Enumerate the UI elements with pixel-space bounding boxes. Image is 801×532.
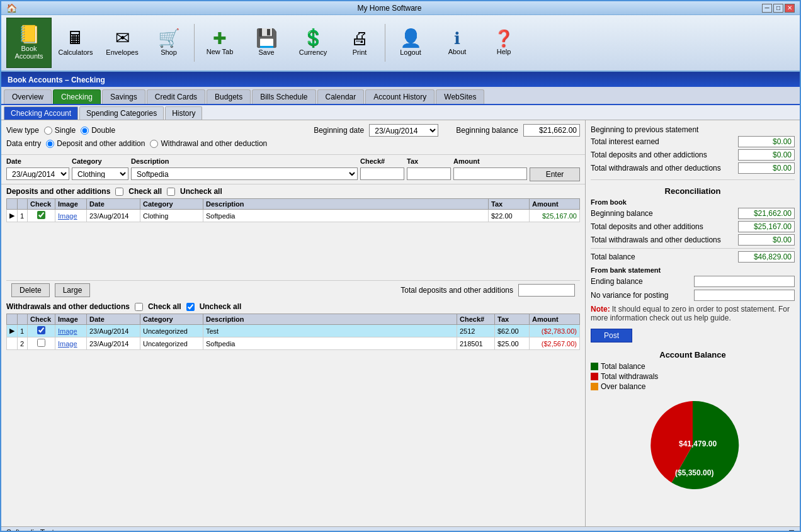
double-radio-label[interactable]: Double bbox=[81, 126, 115, 135]
withdrawal-radio[interactable] bbox=[150, 140, 158, 148]
category-col-header: Category bbox=[72, 157, 128, 165]
delete-button[interactable]: Delete bbox=[11, 283, 50, 297]
deposits-section: Deposits and other additions Check all U… bbox=[1, 184, 585, 526]
row-arrow: ▶ bbox=[7, 210, 18, 222]
reconciliation-title: Reconciliation bbox=[591, 186, 795, 196]
deposits-uncheck-all-label: Uncheck all bbox=[180, 187, 222, 196]
total-deposits-label: Total deposits and other additions bbox=[401, 286, 513, 295]
table-row[interactable]: ▶ 1 Image 23/Aug/2014 Clothing Softpedia… bbox=[7, 210, 580, 222]
deposit-radio-label[interactable]: Deposit and other addition bbox=[46, 139, 145, 148]
row-image[interactable]: Image bbox=[55, 210, 87, 222]
tab-bills-schedule[interactable]: Bills Schedule bbox=[252, 89, 315, 104]
page-header: Book Accounts – Checking bbox=[1, 72, 800, 87]
tab-websites[interactable]: WebSites bbox=[436, 89, 484, 104]
large-button[interactable]: Large bbox=[55, 283, 91, 297]
wd-row1-date: 23/Aug/2014 bbox=[87, 325, 140, 337]
withdrawals-check-all[interactable] bbox=[135, 303, 143, 311]
toolbar-logout[interactable]: 👤 Logout bbox=[388, 18, 433, 68]
subtab-spending-categories[interactable]: Spending Categories bbox=[79, 106, 164, 120]
toolbar-envelopes[interactable]: ✉ Envelopes bbox=[99, 18, 145, 68]
wd-row2-check[interactable] bbox=[28, 337, 55, 350]
wd-row2-arrow bbox=[7, 337, 18, 350]
enter-button[interactable]: Enter bbox=[530, 167, 580, 181]
print-label: Print bbox=[353, 48, 367, 56]
beginning-balance-input[interactable]: $21,662.00 bbox=[523, 124, 580, 137]
row-checkbox[interactable] bbox=[37, 211, 45, 219]
toolbar-calculators[interactable]: 🖩 Calculators bbox=[53, 18, 98, 68]
close-button[interactable]: ✕ bbox=[785, 4, 795, 13]
tab-budgets[interactable]: Budgets bbox=[207, 89, 251, 104]
toolbar-currency[interactable]: 💲 Currency bbox=[290, 18, 336, 68]
tab-account-history[interactable]: Account History bbox=[365, 89, 435, 104]
from-bank-label: From bank statement bbox=[591, 266, 795, 274]
wd-row2-checkbox[interactable] bbox=[37, 339, 45, 347]
check-col-header: Check# bbox=[360, 157, 404, 165]
toolbar-book-accounts[interactable]: 📒 Book Accounts bbox=[6, 18, 52, 68]
double-radio[interactable] bbox=[81, 127, 89, 135]
tab-overview[interactable]: Overview bbox=[4, 89, 52, 104]
toolbar-about[interactable]: ℹ About bbox=[435, 18, 480, 68]
wd-col-check: Check bbox=[28, 314, 55, 325]
deposits-col-arrow bbox=[7, 199, 18, 210]
pie-chart-container: $41,479.00 ($5,350.00) bbox=[591, 395, 795, 495]
window-controls: ─ □ ✕ bbox=[762, 4, 795, 13]
wd-row2-image[interactable]: Image bbox=[55, 337, 87, 350]
deposits-check-all[interactable] bbox=[115, 188, 123, 196]
table-row[interactable]: 2 Image 23/Aug/2014 Uncategorized Softpe… bbox=[7, 337, 580, 350]
note-body: It should equal to zero in order to post… bbox=[591, 305, 790, 322]
wd-row1-check[interactable] bbox=[28, 325, 55, 337]
rec-total-withdrawals-value: $0.00 bbox=[738, 234, 795, 246]
toolbar-shop[interactable]: 🛒 Shop bbox=[146, 18, 191, 68]
toolbar-help[interactable]: ❓ Help bbox=[481, 18, 526, 68]
minimize-button[interactable]: ─ bbox=[762, 4, 772, 13]
tab-credit-cards[interactable]: Credit Cards bbox=[147, 89, 205, 104]
withdrawal-radio-label[interactable]: Withdrawal and other deduction bbox=[150, 139, 267, 148]
toolbar-new-tab[interactable]: ✚ New Tab bbox=[197, 18, 242, 68]
deposits-check-all-label: Check all bbox=[128, 187, 162, 196]
wd-row2-amount: ($2,567.00) bbox=[530, 337, 580, 350]
tax-input[interactable] bbox=[407, 167, 451, 180]
subtab-history[interactable]: History bbox=[165, 106, 202, 120]
ending-balance-input[interactable] bbox=[694, 276, 795, 287]
wd-row1-image[interactable]: Image bbox=[55, 325, 87, 337]
rec-total-withdrawals-label: Total withdrawals and other deductions bbox=[591, 235, 721, 244]
wd-col-checknum: Check# bbox=[457, 314, 495, 325]
category-input[interactable]: Clothing bbox=[72, 167, 128, 180]
subtab-checking-account[interactable]: Checking Account bbox=[4, 106, 78, 120]
interest-value: $0.00 bbox=[738, 136, 795, 147]
beginning-balance-label: Beginning balance bbox=[456, 126, 518, 135]
row-description: Softpedia bbox=[203, 210, 489, 222]
deposits-col-num bbox=[18, 199, 28, 210]
toolbar-save[interactable]: 💾 Save bbox=[244, 18, 289, 68]
toolbar: 📒 Book Accounts 🖩 Calculators ✉ Envelope… bbox=[1, 15, 800, 72]
amount-input[interactable] bbox=[453, 167, 527, 180]
post-button[interactable]: Post bbox=[591, 329, 632, 342]
single-label: Single bbox=[55, 126, 76, 135]
deposit-radio[interactable] bbox=[46, 140, 54, 148]
description-col-header: Description bbox=[131, 157, 358, 165]
toolbar-print[interactable]: 🖨 Print bbox=[337, 18, 382, 68]
date-input[interactable]: 23/Aug/2014 bbox=[6, 167, 69, 180]
sub-tabs: Checking Account Spending Categories His… bbox=[1, 105, 800, 120]
maximize-button[interactable]: □ bbox=[773, 4, 783, 13]
main-tabs: Overview Checking Savings Credit Cards B… bbox=[1, 87, 800, 105]
deposits-section-label: Deposits and other additions bbox=[6, 187, 110, 196]
tab-savings[interactable]: Savings bbox=[102, 89, 145, 104]
wd-row1-checkbox[interactable] bbox=[37, 326, 45, 334]
no-variance-input[interactable] bbox=[694, 290, 795, 301]
deposits-uncheck-all[interactable] bbox=[167, 188, 175, 196]
tab-checking[interactable]: Checking bbox=[53, 89, 101, 104]
chart-legend: Total balance Total withdrawals Over bal… bbox=[591, 362, 795, 391]
from-book-label: From book bbox=[591, 198, 795, 206]
single-radio[interactable] bbox=[44, 127, 52, 135]
single-radio-label[interactable]: Single bbox=[44, 126, 76, 135]
table-row[interactable]: ▶ 1 Image 23/Aug/2014 Uncategorized Test… bbox=[7, 325, 580, 337]
rec-total-balance-value: $46,829.00 bbox=[738, 251, 795, 263]
status-bar: Softpedia Tester ⊞ bbox=[1, 526, 800, 532]
beginning-date-select[interactable]: 23/Aug/2014 bbox=[369, 124, 438, 137]
check-input[interactable] bbox=[360, 167, 404, 180]
row-check[interactable] bbox=[28, 210, 55, 222]
tab-calendar[interactable]: Calendar bbox=[317, 89, 365, 104]
description-input[interactable]: Softpedia bbox=[131, 167, 358, 180]
withdrawals-uncheck-all[interactable] bbox=[186, 303, 195, 311]
